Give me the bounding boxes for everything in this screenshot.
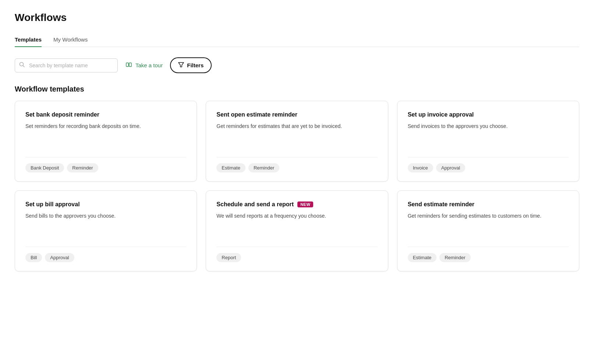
card-description: Get reminders for estimates that are yet…	[216, 122, 377, 150]
cards-grid: Set bank deposit reminder Set reminders …	[15, 101, 579, 271]
svg-marker-5	[178, 63, 184, 67]
card-title: Set up bill approval	[25, 201, 186, 208]
tour-icon	[125, 61, 132, 69]
card-tag: Approval	[436, 163, 465, 172]
new-badge: NEW	[297, 201, 313, 207]
card-divider	[408, 157, 569, 157]
svg-rect-2	[126, 63, 128, 67]
filters-button[interactable]: Filters	[170, 57, 212, 73]
card-title-text: Set up invoice approval	[408, 111, 474, 118]
card-tag: Reminder	[67, 163, 98, 172]
card-description: Send invoices to the approvers you choos…	[408, 122, 569, 150]
workflow-card[interactable]: Schedule and send a reportNEW We will se…	[206, 190, 388, 271]
card-tags: BillApproval	[25, 253, 186, 262]
page-title: Workflows	[15, 12, 579, 24]
card-title-text: Schedule and send a report	[216, 201, 294, 208]
search-wrapper	[15, 58, 118, 72]
workflow-card[interactable]: Set up bill approval Send bills to the a…	[15, 190, 197, 271]
card-tag: Estimate	[408, 253, 437, 262]
card-tag: Reminder	[248, 163, 279, 172]
svg-rect-3	[129, 63, 131, 67]
card-tag: Reminder	[439, 253, 470, 262]
search-input[interactable]	[15, 58, 118, 72]
card-divider	[25, 247, 186, 247]
card-title-text: Send estimate reminder	[408, 201, 474, 208]
card-divider	[408, 247, 569, 247]
card-title: Set up invoice approval	[408, 111, 569, 118]
tab-templates[interactable]: Templates	[15, 33, 42, 47]
workflow-card[interactable]: Sent open estimate reminder Get reminder…	[206, 101, 388, 182]
card-tags: Report	[216, 253, 377, 262]
card-description: We will send reports at a frequency you …	[216, 212, 377, 239]
tabs-nav: Templates My Workflows	[15, 32, 579, 47]
card-tag: Report	[216, 253, 241, 262]
take-tour-button[interactable]: Take a tour	[124, 58, 164, 72]
card-divider	[216, 157, 377, 157]
workflow-card[interactable]: Set up invoice approval Send invoices to…	[397, 101, 579, 182]
workflow-card[interactable]: Send estimate reminder Get reminders for…	[397, 190, 579, 271]
card-description: Get reminders for sending estimates to c…	[408, 212, 569, 239]
card-divider	[25, 157, 186, 157]
card-title-text: Sent open estimate reminder	[216, 111, 297, 118]
toolbar: Take a tour Filters	[15, 57, 579, 73]
card-title-text: Set bank deposit reminder	[25, 111, 99, 118]
card-tag: Invoice	[408, 163, 433, 172]
card-tags: Bank DepositReminder	[25, 163, 186, 172]
card-tags: EstimateReminder	[408, 253, 569, 262]
card-title-text: Set up bill approval	[25, 201, 80, 208]
card-tag: Bill	[25, 253, 42, 262]
card-tags: InvoiceApproval	[408, 163, 569, 172]
card-title: Set bank deposit reminder	[25, 111, 186, 118]
card-title: Sent open estimate reminder	[216, 111, 377, 118]
card-description: Send bills to the approvers you choose.	[25, 212, 186, 239]
tab-my-workflows[interactable]: My Workflows	[53, 33, 88, 47]
section-title: Workflow templates	[15, 85, 579, 93]
card-tag: Estimate	[216, 163, 245, 172]
workflow-card[interactable]: Set bank deposit reminder Set reminders …	[15, 101, 197, 182]
filter-icon	[178, 62, 184, 69]
card-tag: Approval	[45, 253, 74, 262]
card-tags: EstimateReminder	[216, 163, 377, 172]
card-tag: Bank Deposit	[25, 163, 64, 172]
card-title: Send estimate reminder	[408, 201, 569, 208]
card-description: Set reminders for recording bank deposit…	[25, 122, 186, 150]
take-tour-label: Take a tour	[135, 62, 163, 68]
card-title: Schedule and send a reportNEW	[216, 201, 377, 208]
card-divider	[216, 247, 377, 247]
filters-label: Filters	[187, 62, 204, 68]
